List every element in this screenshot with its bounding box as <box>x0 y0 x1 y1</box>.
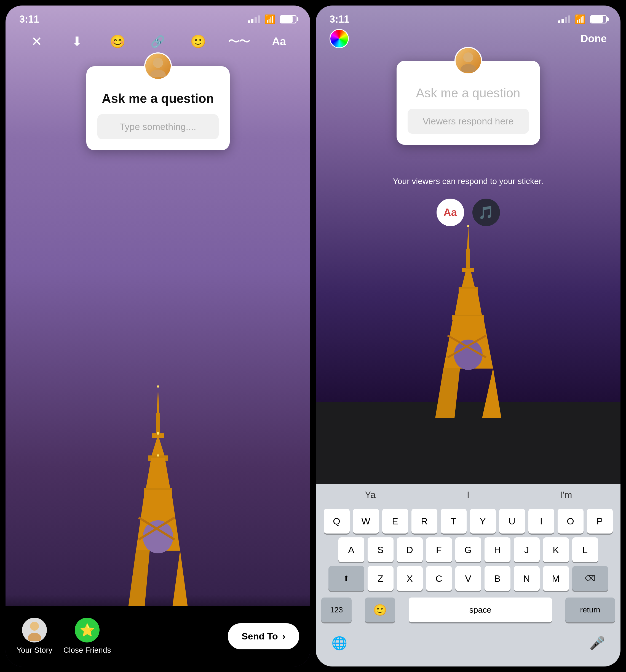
delete-key[interactable]: ⌫ <box>572 566 608 591</box>
send-to-button[interactable]: Send To › <box>228 623 299 649</box>
return-key[interactable]: return <box>565 598 615 622</box>
key-Y[interactable]: Y <box>470 509 496 533</box>
keyboard-bottom-row: 123 🙂 space return <box>316 595 621 628</box>
svg-point-15 <box>157 432 159 435</box>
svg-point-18 <box>150 70 166 77</box>
status-bar-left: 3:11 📶 <box>5 5 310 28</box>
your-story-icon <box>22 618 47 643</box>
key-F[interactable]: F <box>426 537 452 562</box>
user-avatar <box>144 52 172 80</box>
battery-icon <box>280 15 297 23</box>
key-C[interactable]: C <box>426 566 452 591</box>
key-H[interactable]: H <box>484 537 510 562</box>
close-friends-icon: ⭐ <box>75 618 100 643</box>
text-style-button[interactable]: Aa <box>436 199 464 226</box>
your-story-label: Your Story <box>17 646 52 655</box>
sticker-button[interactable]: 🙂 <box>189 31 208 51</box>
svg-point-14 <box>157 385 159 388</box>
svg-marker-28 <box>454 289 482 316</box>
text-button[interactable]: Aa <box>269 31 289 51</box>
space-key[interactable]: space <box>409 598 552 622</box>
wifi-icon: 📶 <box>265 14 275 25</box>
key-W[interactable]: W <box>353 509 379 533</box>
key-U[interactable]: U <box>499 509 525 533</box>
status-bar-right: 3:11 📶 <box>316 5 621 28</box>
autocomplete-word-1[interactable]: Ya <box>321 487 419 503</box>
status-icons-right: 📶 <box>558 14 607 25</box>
key-V[interactable]: V <box>455 566 481 591</box>
link-button[interactable]: 🔗 <box>148 31 168 51</box>
signal-icon <box>248 16 260 23</box>
key-X[interactable]: X <box>397 566 423 591</box>
emoji-key[interactable]: 🙂 <box>365 598 395 622</box>
key-G[interactable]: G <box>455 537 481 562</box>
key-B[interactable]: B <box>484 566 510 591</box>
bottom-input-row: 🌐 🎤 <box>316 628 621 667</box>
chevron-right-icon: › <box>282 631 285 642</box>
question-sticker-card-right[interactable]: Ask me a question Viewers respond here <box>397 61 540 145</box>
svg-point-19 <box>153 58 163 68</box>
wifi-icon-right: 📶 <box>575 14 586 25</box>
done-button[interactable]: Done <box>580 33 607 45</box>
key-T[interactable]: T <box>441 509 467 533</box>
key-A[interactable]: A <box>339 537 364 562</box>
draw-button[interactable]: 〜〜 <box>229 31 248 51</box>
screen-left: 3:11 📶 ✕ ⬇ 😊 🔗 <box>5 5 310 667</box>
emoji-add-button[interactable]: 😊 <box>107 31 127 51</box>
key-E[interactable]: E <box>382 509 408 533</box>
key-Q[interactable]: Q <box>324 509 350 533</box>
key-I[interactable]: I <box>528 509 554 533</box>
toolbar-left: ✕ ⬇ 😊 🔗 🙂 〜〜 Aa <box>5 28 310 55</box>
signal-icon-right <box>558 16 570 23</box>
viewer-info-text: Your viewers can respond to your sticker… <box>393 176 544 186</box>
close-friends-option[interactable]: ⭐ Close Friends <box>64 618 111 655</box>
numbers-key[interactable]: 123 <box>321 598 352 622</box>
viewers-respond-input[interactable]: Viewers respond here <box>407 109 529 134</box>
key-D[interactable]: D <box>397 537 423 562</box>
key-R[interactable]: R <box>411 509 437 533</box>
svg-marker-11 <box>172 550 189 611</box>
autocomplete-word-3[interactable]: I'm <box>517 487 615 503</box>
color-picker-button[interactable] <box>329 29 349 48</box>
key-row-2: A S D F G H J K L <box>318 537 618 562</box>
key-O[interactable]: O <box>558 509 583 533</box>
shift-key[interactable]: ⬆ <box>328 566 364 591</box>
screen-right: 3:11 📶 Done <box>316 5 621 667</box>
key-L[interactable]: L <box>572 537 598 562</box>
eiffel-tower-image <box>119 385 197 611</box>
svg-marker-22 <box>467 225 470 253</box>
close-button[interactable]: ✕ <box>27 31 47 51</box>
download-button[interactable]: ⬇ <box>67 31 87 51</box>
key-N[interactable]: N <box>514 566 540 591</box>
battery-icon-right <box>590 15 607 23</box>
key-rows: Q W E R T Y U I O P A S D F G <box>316 506 621 591</box>
question-title-right: Ask me a question <box>407 86 529 100</box>
svg-point-37 <box>463 52 473 62</box>
question-sticker-card[interactable]: Ask me a question Type something.... <box>86 66 230 150</box>
time-left: 3:11 <box>19 14 39 25</box>
question-input-field[interactable]: Type something.... <box>97 114 219 139</box>
time-right: 3:11 <box>329 14 349 25</box>
key-S[interactable]: S <box>368 537 394 562</box>
status-icons-left: 📶 <box>248 14 297 25</box>
microphone-key[interactable]: 🎤 <box>582 631 612 655</box>
key-P[interactable]: P <box>587 509 613 533</box>
music-button[interactable]: 🎵 <box>472 199 500 226</box>
avatar-image <box>145 53 171 79</box>
key-Z[interactable]: Z <box>368 566 394 591</box>
svg-point-31 <box>454 340 483 370</box>
autocomplete-word-2[interactable]: I <box>419 487 517 503</box>
svg-marker-6 <box>146 458 170 490</box>
close-friends-label: Close Friends <box>64 646 111 655</box>
svg-marker-10 <box>128 550 150 611</box>
keyboard: Ya I I'm Q W E R T Y U I O P <box>316 484 621 667</box>
svg-point-21 <box>28 633 41 641</box>
globe-key[interactable]: 🌐 <box>324 631 354 655</box>
key-J[interactable]: J <box>514 537 540 562</box>
key-M[interactable]: M <box>543 566 569 591</box>
key-K[interactable]: K <box>543 537 569 562</box>
key-row-1: Q W E R T Y U I O P <box>318 509 618 533</box>
story-options: Your Story ⭐ Close Friends <box>17 618 228 655</box>
autocomplete-bar: Ya I I'm <box>316 484 621 506</box>
your-story-option[interactable]: Your Story <box>17 618 52 655</box>
